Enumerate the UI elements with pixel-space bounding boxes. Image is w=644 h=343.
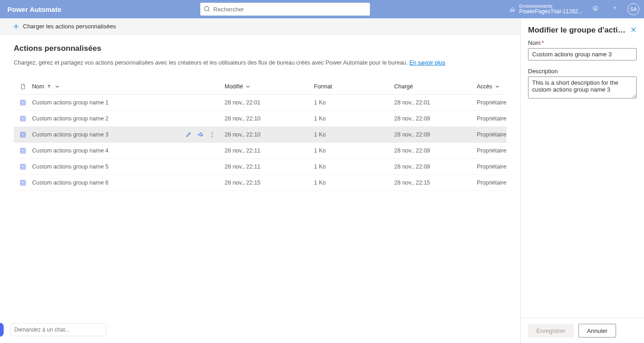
panel-close-button[interactable] bbox=[630, 27, 637, 34]
svg-rect-0 bbox=[21, 100, 26, 105]
svg-point-12 bbox=[212, 132, 213, 133]
svg-rect-20 bbox=[21, 164, 26, 169]
help-icon bbox=[611, 5, 618, 13]
row-access: Propriétaire bbox=[477, 147, 506, 154]
sort-ascending-icon bbox=[46, 83, 52, 90]
row-modified: 28 nov., 22:10 bbox=[225, 115, 314, 122]
row-loaded: 28 nov., 22:15 bbox=[394, 180, 477, 186]
row-format: 1 Ko bbox=[314, 131, 394, 138]
svg-rect-16 bbox=[22, 149, 24, 152]
page-description: Chargez, gérez et partagez vos actions p… bbox=[14, 60, 506, 66]
row-loaded: 28 nov., 22:09 bbox=[394, 115, 477, 122]
settings-button[interactable] bbox=[589, 3, 602, 16]
svg-rect-21 bbox=[22, 165, 24, 168]
row-format: 1 Ko bbox=[314, 180, 394, 186]
column-header-name[interactable]: Nom bbox=[32, 83, 225, 90]
load-actions-button[interactable]: Charger les actions personnalisées bbox=[10, 21, 119, 32]
row-format: 1 Ko bbox=[314, 163, 394, 170]
environment-icon bbox=[509, 6, 516, 12]
row-access: Propriétaire bbox=[477, 99, 506, 106]
row-name: Custom actions group name 1 bbox=[32, 99, 109, 106]
actions-group-icon bbox=[14, 99, 32, 106]
name-field-input[interactable] bbox=[528, 48, 637, 60]
close-icon bbox=[630, 27, 637, 34]
actions-group-icon bbox=[14, 147, 32, 154]
description-field-textarea[interactable] bbox=[528, 76, 637, 98]
row-name: Custom actions group name 4 bbox=[32, 147, 109, 154]
svg-rect-6 bbox=[22, 117, 24, 120]
actions-group-icon bbox=[14, 163, 32, 170]
edit-row-button[interactable] bbox=[185, 131, 192, 138]
table-row[interactable]: Custom actions group name 2 28 nov., 22:… bbox=[14, 111, 506, 127]
row-loaded: 28 nov., 22:01 bbox=[394, 99, 477, 106]
load-actions-label: Charger les actions personnalisées bbox=[23, 23, 116, 30]
edit-panel: Modifier le groupe d'actions... Nom* Des… bbox=[520, 18, 644, 343]
actions-group-icon bbox=[14, 131, 32, 138]
svg-rect-5 bbox=[21, 116, 26, 121]
table-row[interactable]: Custom actions group name 6 28 nov., 22:… bbox=[14, 175, 506, 191]
save-button: Enregistrer bbox=[528, 324, 574, 338]
search-input[interactable] bbox=[213, 6, 366, 13]
svg-rect-26 bbox=[22, 181, 24, 184]
learn-more-link[interactable]: En savoir plus bbox=[409, 60, 446, 66]
row-loaded: 28 nov., 22:09 bbox=[394, 163, 477, 170]
row-format: 1 Ko bbox=[314, 147, 394, 154]
gear-icon bbox=[592, 5, 599, 13]
row-modified: 28 nov., 22:01 bbox=[225, 99, 314, 106]
table-row[interactable]: Custom actions group name 4 28 nov., 22:… bbox=[14, 143, 506, 159]
column-header-loaded[interactable]: Chargé bbox=[394, 83, 477, 90]
table-row[interactable]: Custom actions group name 1 28 nov., 22:… bbox=[14, 95, 506, 111]
more-row-button[interactable] bbox=[209, 131, 215, 138]
page-title: Actions personnalisées bbox=[14, 44, 506, 53]
file-type-column-icon bbox=[14, 83, 32, 90]
chevron-down-icon bbox=[54, 83, 61, 90]
table-row[interactable]: Custom actions group name 5 28 nov., 22:… bbox=[14, 159, 506, 175]
column-header-access[interactable]: Accès bbox=[477, 83, 506, 90]
actions-group-icon bbox=[14, 115, 32, 122]
svg-rect-10 bbox=[21, 132, 26, 137]
row-modified: 28 nov., 22:15 bbox=[225, 180, 314, 186]
environment-label: Environnements bbox=[519, 4, 583, 9]
row-modified: 28 nov., 22:10 bbox=[225, 131, 314, 138]
command-bar: Charger les actions personnalisées bbox=[0, 18, 520, 35]
share-row-button[interactable] bbox=[197, 131, 204, 138]
table-row[interactable]: Custom actions group name 3 28 nov., 22:… bbox=[14, 127, 506, 143]
row-name: Custom actions group name 3 bbox=[32, 131, 109, 138]
search-box[interactable] bbox=[200, 3, 370, 16]
copilot-bubble[interactable] bbox=[0, 323, 4, 337]
row-format: 1 Ko bbox=[314, 115, 394, 122]
row-name: Custom actions group name 2 bbox=[32, 115, 109, 122]
column-header-format[interactable]: Format bbox=[314, 83, 394, 90]
column-header-modified[interactable]: Modifié bbox=[225, 83, 314, 90]
user-avatar[interactable]: SA bbox=[627, 3, 639, 15]
svg-rect-1 bbox=[22, 101, 24, 103]
environment-picker[interactable]: Environnements PowerPagesTrial-11282... bbox=[509, 4, 583, 15]
app-header: Power Automate Environnements PowerPages… bbox=[0, 0, 644, 18]
plus-icon bbox=[13, 23, 19, 30]
chevron-down-icon bbox=[494, 83, 501, 90]
svg-rect-11 bbox=[22, 133, 24, 136]
svg-point-13 bbox=[212, 134, 213, 135]
row-loaded: 28 nov., 22:09 bbox=[394, 147, 477, 154]
table-header: Nom Modifié bbox=[14, 79, 506, 95]
search-icon bbox=[204, 6, 210, 12]
name-field-label: Nom* bbox=[528, 39, 637, 46]
row-format: 1 Ko bbox=[314, 99, 394, 106]
row-modified: 28 nov., 22:11 bbox=[225, 147, 314, 154]
row-modified: 28 nov., 22:11 bbox=[225, 163, 314, 170]
row-access: Propriétaire bbox=[477, 180, 506, 186]
svg-rect-15 bbox=[21, 148, 26, 153]
actions-group-icon bbox=[14, 180, 32, 186]
cancel-button[interactable]: Annuler bbox=[578, 324, 616, 338]
description-field-label: Description bbox=[528, 68, 637, 75]
row-access: Propriétaire bbox=[477, 131, 506, 138]
row-name: Custom actions group name 5 bbox=[32, 163, 109, 170]
svg-rect-25 bbox=[21, 180, 26, 185]
row-access: Propriétaire bbox=[477, 115, 506, 122]
row-loaded: 28 nov., 22:09 bbox=[394, 131, 477, 138]
row-access: Propriétaire bbox=[477, 163, 506, 170]
help-button[interactable] bbox=[608, 3, 621, 16]
copilot-chat-input[interactable] bbox=[10, 323, 106, 336]
chevron-down-icon bbox=[245, 83, 251, 90]
app-title: Power Automate bbox=[5, 5, 61, 13]
